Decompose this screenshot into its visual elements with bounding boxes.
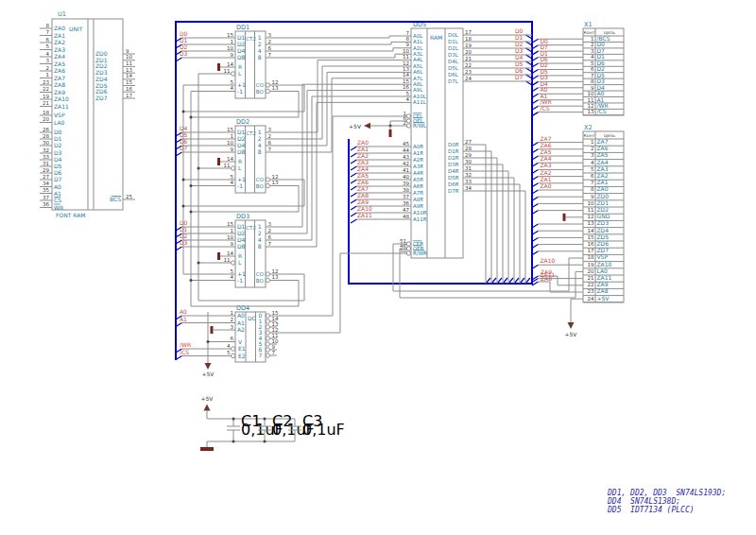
u1-font-ram-chip[interactable]: 8ZA07ZA16ZA25ZA34ZA43ZA52ZA61ZA723ZA822Z… <box>40 19 135 211</box>
pin-number: 42 <box>403 161 409 166</box>
pin-number: 11 <box>126 60 132 66</box>
pin-number: 5 <box>227 350 231 355</box>
inverter-circle <box>406 119 410 123</box>
pin-number: 10 <box>227 234 233 240</box>
pin-label: BO <box>256 89 265 95</box>
pin-label: ZA11 <box>54 103 69 110</box>
gnd-symbol <box>217 63 220 71</box>
pin-number: 28 <box>43 133 49 139</box>
dd2-counter-chip[interactable]: D415D1D51D2D610D4D79D814R11L5+14-1312264… <box>180 125 279 193</box>
pin-number: 13 <box>126 67 132 73</box>
pin-number: 12 <box>403 60 409 66</box>
x2-connector[interactable]: 1ZA72ZA63ZA54ZA45ZA36ZA27ZA18ZA09ZD010ZD… <box>532 131 624 329</box>
u1-title: UNIT <box>69 26 83 32</box>
pin-label: A3R <box>413 164 423 169</box>
pin-number: 36 <box>43 201 49 207</box>
net-label: A1 <box>180 316 187 322</box>
table-net-cell: ZA10 <box>597 261 612 268</box>
pin-label: A1R <box>413 150 423 156</box>
table-pin-cell: 2 <box>591 42 594 47</box>
dd3-counter-chip[interactable]: D015D1D11D2D210D4D39D814R11L5+14-1312264… <box>180 219 279 287</box>
pin-label: A1 <box>54 190 61 197</box>
pin-label: A0L <box>413 33 423 39</box>
junction-dot <box>198 262 200 265</box>
pin-label: D1 <box>237 223 246 230</box>
pin-number: 16 <box>403 84 409 90</box>
pin-label: ZA3 <box>54 46 65 53</box>
dd4-decoder-chip[interactable]: A01A0A12A13A26V/WR4E1/CS5E21501411321231… <box>180 308 279 370</box>
table-pin-cell: 3 <box>591 152 594 158</box>
junction-dot <box>232 418 235 421</box>
net-label: ZA1 <box>541 176 552 182</box>
pin-number: 13 <box>272 85 279 91</box>
pin-number: 7 <box>46 29 50 35</box>
bus-entry-tick <box>351 160 357 164</box>
pin-label: A2R <box>413 157 423 163</box>
pin-number: 11 <box>224 257 231 263</box>
pin-label: -1 <box>237 88 243 95</box>
dd4-power-label: +5V <box>202 371 215 377</box>
x1-connector[interactable]: 1/BCS2D03D74D15D66D27D58D39D410A011A112/… <box>539 28 625 115</box>
net-label: ZA7 <box>357 185 369 192</box>
decoupling-caps[interactable]: C10,1uFC20,1uFC30,1uF <box>200 405 345 452</box>
inverter-circle <box>266 278 269 282</box>
table-net-cell: ZD3 <box>597 219 610 226</box>
pin-number: 6 <box>268 45 272 51</box>
table-pin-cell: 18 <box>588 254 594 260</box>
pin-label: 2 <box>258 41 262 47</box>
net-label: ZA0 <box>357 139 369 146</box>
dd5-function: RAM <box>430 34 442 41</box>
inverter-circle <box>266 178 269 181</box>
net-wire <box>472 191 525 284</box>
table-pin-cell: 24 <box>588 296 594 302</box>
table-pin-cell: 3 <box>591 48 594 54</box>
note-line: DD1, DD2, DD3 SN74LS193D; <box>607 489 726 497</box>
schematic-canvas[interactable]: U1 UNIT FONT RAM DD1 DD2 DD3 CT2 CT2 CT2… <box>0 0 756 535</box>
pin-label: D2 <box>237 41 246 47</box>
bus-entry-tick <box>351 153 357 157</box>
pin-label: A10R <box>413 210 427 216</box>
pin-number: 5 <box>46 43 50 49</box>
pin-number: 38 <box>403 187 409 193</box>
table-pin-cell: 1 <box>591 139 594 145</box>
net-label: ZA6 <box>541 142 552 148</box>
pin-number: 3 <box>46 58 50 63</box>
dd1-counter-chip[interactable]: D015D1D11D2D210D4D39D814R11L5+14-1312264… <box>180 30 279 98</box>
pin-label: 8 <box>258 148 262 155</box>
pin-label: 1 <box>258 129 262 135</box>
x1-ref: X1 <box>584 21 593 28</box>
x2-power-label: +5V <box>565 331 578 337</box>
u1-ref: U1 <box>58 10 66 18</box>
pin-number: 2 <box>268 228 272 233</box>
table-pin-cell: 10 <box>588 200 594 206</box>
net-label: D2 <box>515 41 524 47</box>
junction-dot <box>190 116 193 119</box>
pin-number: 20 <box>43 116 49 122</box>
net-label: ZA7 <box>541 135 552 142</box>
junction-dot <box>198 167 200 170</box>
junction-dot <box>182 205 185 208</box>
pin-label: D0R <box>448 142 459 147</box>
inverter-circle <box>232 72 235 76</box>
pin-number: 7 <box>268 52 272 58</box>
pin-label: ZA1 <box>54 32 65 39</box>
pin-number: 44 <box>403 147 409 153</box>
pin-label: D6L <box>448 72 459 78</box>
pin-label: D1R <box>448 148 459 154</box>
pin-label: A0 <box>237 312 245 319</box>
table-pin-cell: 19 <box>588 262 594 268</box>
junction-dot <box>190 211 193 214</box>
pin-label: BO <box>256 278 265 284</box>
pin-label: D7 <box>54 176 62 182</box>
pin-label: WR <box>54 204 63 211</box>
pin-number: 7 <box>406 30 410 36</box>
pin-number: 15 <box>227 127 233 132</box>
table-net-cell: ZD2 <box>597 206 610 213</box>
net-label: ZA11 <box>357 212 372 218</box>
pin-number: 31 <box>43 161 49 166</box>
address-wire <box>272 54 402 58</box>
pin-number: 32 <box>465 172 472 178</box>
pin-number: 40 <box>403 174 409 180</box>
pin-label: BCS <box>110 196 121 202</box>
table-pin-cell: 17 <box>588 248 594 253</box>
